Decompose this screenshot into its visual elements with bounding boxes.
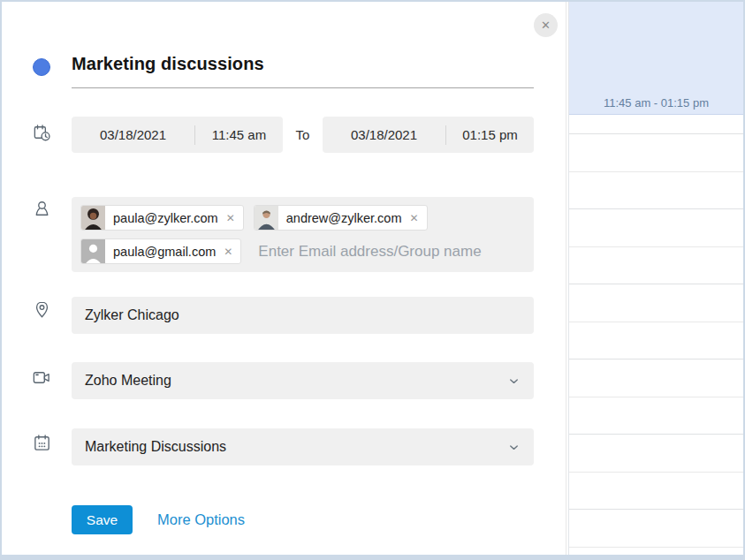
event-title-field[interactable]: Marketing discussions (72, 54, 264, 74)
end-datetime-group: 03/18/2021 01:15 pm (323, 117, 534, 153)
title-underline (72, 87, 534, 88)
attendee-avatar-man (255, 206, 278, 230)
calendar-slot[interactable] (569, 435, 743, 473)
conferencing-dropdown[interactable]: Zoho Meeting (72, 362, 534, 399)
to-label: To (283, 127, 323, 142)
remove-attendee-icon[interactable]: ✕ (221, 246, 240, 258)
attendee-email: paula@zylker.com (105, 211, 224, 225)
attendee-email-input[interactable] (251, 238, 525, 264)
calendar-slot[interactable] (569, 134, 743, 172)
location-field[interactable]: Zylker Chicago (72, 297, 534, 334)
calendar-slot[interactable] (569, 510, 743, 548)
chevron-down-icon (507, 441, 521, 454)
more-options-link[interactable]: More Options (157, 511, 245, 528)
event-time-range: 11:45 am - 01:15 pm (604, 96, 709, 110)
datetime-row: 03/18/2021 11:45 am To 03/18/2021 01:15 … (72, 117, 534, 153)
calendar-slot[interactable] (569, 322, 743, 360)
attendee-chip[interactable]: paula@gmail.com ✕ (80, 238, 241, 264)
calendar-event-block[interactable]: 11:45 am - 01:15 pm (569, 2, 743, 115)
attendee-chip[interactable]: andrew@zylker.com ✕ (254, 205, 428, 231)
attendee-email: paula@gmail.com (105, 245, 221, 259)
calendar-slot[interactable] (569, 548, 743, 556)
calendar-slot[interactable] (569, 209, 743, 247)
calendar-value: Marketing Discussions (85, 439, 226, 455)
close-icon: ✕ (541, 19, 551, 32)
attendees-icon (32, 199, 52, 219)
remove-attendee-icon[interactable]: ✕ (407, 212, 427, 224)
save-button[interactable]: Save (72, 505, 133, 534)
calendar-icon (32, 433, 52, 453)
attendees-field[interactable]: paula@zylker.com ✕ andrew@zylker.com ✕ (72, 197, 534, 272)
location-value: Zylker Chicago (85, 307, 179, 323)
calendar-grid (569, 115, 743, 555)
end-date-field[interactable]: 03/18/2021 (323, 127, 445, 142)
attendee-email: andrew@zylker.com (278, 211, 407, 225)
close-button[interactable]: ✕ (534, 13, 558, 37)
event-create-dialog: ✕ Marketing discussions 03/18/2021 11:45… (2, 2, 566, 555)
calendar-slot[interactable] (569, 359, 743, 397)
start-datetime-group: 03/18/2021 11:45 am (72, 117, 283, 153)
conferencing-value: Zoho Meeting (85, 373, 171, 389)
start-date-field[interactable]: 03/18/2021 (72, 127, 194, 142)
calendar-slot[interactable] (569, 115, 743, 134)
location-icon (32, 299, 52, 320)
start-time-field[interactable]: 11:45 am (195, 127, 283, 142)
calendar-slot[interactable] (569, 284, 743, 322)
remove-attendee-icon[interactable]: ✕ (224, 212, 243, 224)
calendar-slot[interactable] (569, 247, 743, 285)
calendar-slot[interactable] (569, 172, 743, 210)
calendar-slot[interactable] (569, 473, 743, 511)
datetime-icon (32, 123, 52, 143)
video-conference-icon (31, 367, 51, 388)
chevron-down-icon (507, 375, 521, 388)
attendee-avatar-woman (81, 206, 105, 230)
calendar-dropdown[interactable]: Marketing Discussions (72, 428, 534, 465)
calendar-slot[interactable] (569, 397, 743, 435)
attendee-avatar-default (81, 239, 105, 263)
end-time-field[interactable]: 01:15 pm (446, 127, 534, 142)
background-calendar-column: 11:45 am - 01:15 pm (568, 2, 743, 555)
attendee-chip[interactable]: paula@zylker.com ✕ (80, 205, 244, 231)
event-color-dot[interactable] (33, 58, 50, 76)
